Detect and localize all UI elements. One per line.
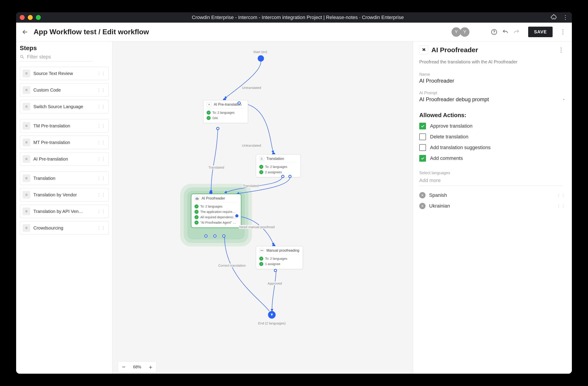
drag-handle-icon[interactable]: ⋮⋮: [97, 123, 106, 128]
robot-icon: 🤖: [194, 196, 199, 201]
step-label: Custom Code: [33, 88, 94, 93]
step-item[interactable]: ≡ AI Pre-translation ⋮⋮: [20, 152, 109, 166]
avatar[interactable]: Y: [460, 27, 469, 37]
step-item[interactable]: ≡ Translation ⋮⋮: [20, 172, 109, 185]
node-port-out[interactable]: [237, 101, 241, 105]
step-icon: ≡: [23, 139, 30, 146]
languages-input[interactable]: Add more: [419, 176, 563, 186]
properties-panel: AI Proofreader ⋮ Proofread the translati…: [413, 41, 572, 374]
browser-tab-title: Crowdin Enterprise - Intercom - Intercom…: [45, 15, 550, 20]
drag-handle-icon[interactable]: ⋮⋮: [97, 104, 106, 109]
edge-label: Need manual proofread: [239, 225, 275, 229]
step-label: MT Pre-translation: [33, 140, 94, 145]
action-checkbox-row[interactable]: Add comments: [419, 155, 566, 162]
start-label: Start (en): [253, 50, 268, 54]
app-bar: App Workflow test / Edit workflow Y Y SA…: [16, 23, 572, 41]
start-node[interactable]: [258, 55, 264, 61]
drag-handle-icon[interactable]: ⋮⋮: [97, 88, 106, 93]
edge-label: Approved: [267, 281, 282, 285]
drag-handle-icon[interactable]: ⋮⋮: [97, 156, 106, 161]
ai-icon: ✶: [207, 102, 211, 107]
action-label: Delete translation: [430, 134, 468, 140]
check-icon: [194, 215, 199, 219]
steps-search-input[interactable]: [27, 54, 93, 60]
minimize-window-button[interactable]: [28, 15, 33, 20]
translation-icon: 文: [259, 156, 264, 161]
step-item[interactable]: ≡ Translation by API Ven… ⋮⋮: [20, 205, 109, 218]
step-item[interactable]: ≡ Translation by Vendor ⋮⋮: [20, 188, 109, 201]
steps-search[interactable]: [20, 53, 93, 61]
step-item[interactable]: ≡ Custom Code ⋮⋮: [20, 83, 109, 97]
language-name: Spanish: [429, 192, 447, 198]
extensions-icon[interactable]: [550, 14, 557, 21]
browser-menu-icon[interactable]: ⋮: [563, 14, 568, 21]
node-port-out[interactable]: [216, 127, 219, 130]
drag-handle-icon[interactable]: ⋮⋮: [557, 204, 566, 209]
workflow-canvas[interactable]: Start (en) ✶AI Pre-translation To: 2 lan…: [112, 41, 413, 374]
check-icon: [259, 170, 263, 174]
breadcrumb: App Workflow test / Edit workflow: [34, 28, 149, 36]
zoom-in-button[interactable]: ＋: [145, 362, 156, 372]
undo-icon[interactable]: [502, 29, 508, 35]
node-port-out[interactable]: [222, 234, 225, 238]
end-node[interactable]: [268, 311, 276, 319]
drag-handle-icon[interactable]: ⋮⋮: [97, 226, 106, 231]
remove-language-button[interactable]: [419, 192, 425, 198]
step-icon: ≡: [23, 224, 30, 232]
step-item[interactable]: ≡ Crowdsourcing ⋮⋮: [20, 221, 109, 235]
node-ai-pretranslation[interactable]: ✶AI Pre-translation To: 2 languages OAI: [203, 100, 248, 123]
name-label: Name: [419, 72, 566, 77]
end-label: End (2 languages): [258, 321, 286, 325]
action-checkbox-row[interactable]: Delete translation: [419, 134, 566, 140]
back-button[interactable]: [20, 27, 30, 37]
drag-handle-icon[interactable]: ⋮⋮: [97, 71, 106, 76]
drag-handle-icon[interactable]: ⋮⋮: [97, 209, 106, 214]
action-checkbox-row[interactable]: Approve translation: [419, 123, 566, 129]
action-checkbox-row[interactable]: Add translation suggestions: [419, 144, 566, 151]
check-icon: [194, 210, 199, 214]
step-item[interactable]: ≡ TM Pre-translation ⋮⋮: [20, 119, 109, 133]
step-item[interactable]: ≡ Switch Source Language ⋮⋮: [20, 100, 109, 113]
avatar-group[interactable]: Y Y: [452, 27, 469, 37]
avatar[interactable]: Y: [452, 27, 461, 37]
node-ai-proofreader[interactable]: 🤖AI Proofreader To: 2 languages The appl…: [191, 194, 241, 228]
drag-handle-icon[interactable]: ⋮⋮: [557, 193, 566, 198]
node-port-out[interactable]: [288, 175, 292, 178]
panel-title: AI Proofreader: [431, 46, 551, 54]
node-port-out[interactable]: [274, 269, 277, 272]
step-label: TM Pre-translation: [33, 123, 94, 129]
node-port-out[interactable]: [281, 175, 284, 178]
chevron-down-icon: [562, 98, 566, 101]
step-item[interactable]: ≡ MT Pre-translation ⋮⋮: [20, 136, 109, 149]
window-controls[interactable]: [20, 15, 41, 20]
node-manual-proofreading[interactable]: 👓Manual proofreading To: 2 languages 1 a…: [256, 246, 303, 269]
drag-handle-icon[interactable]: ⋮⋮: [97, 176, 106, 181]
prompt-select[interactable]: AI Proofreader debug prompt: [419, 96, 566, 105]
help-icon[interactable]: [491, 29, 497, 35]
step-label: Translation by Vendor: [33, 192, 94, 197]
save-button[interactable]: SAVE: [528, 27, 553, 37]
name-input[interactable]: AI Proofreader: [419, 78, 566, 84]
check-icon: [259, 262, 263, 266]
step-icon: ≡: [23, 103, 30, 110]
checkbox[interactable]: [419, 134, 426, 140]
checkbox[interactable]: [419, 123, 426, 129]
panel-menu-icon[interactable]: ⋮: [557, 47, 566, 54]
zoom-out-button[interactable]: −: [118, 362, 129, 372]
close-window-button[interactable]: [20, 15, 25, 20]
node-translation[interactable]: 文Translation To: 2 languages 2 assignees: [256, 154, 301, 177]
node-port-out[interactable]: [235, 214, 238, 217]
robot-icon: [419, 45, 428, 54]
checkbox[interactable]: [419, 144, 426, 151]
checkbox[interactable]: [419, 155, 426, 162]
drag-handle-icon[interactable]: ⋮⋮: [97, 140, 106, 145]
node-port-out[interactable]: [213, 234, 216, 238]
remove-language-button[interactable]: [419, 203, 425, 209]
node-port-out[interactable]: [204, 234, 208, 238]
redo-icon[interactable]: [513, 29, 520, 35]
maximize-window-button[interactable]: [36, 15, 41, 20]
more-menu-icon[interactable]: ⋮: [558, 28, 567, 35]
check-icon: [194, 204, 199, 209]
step-item[interactable]: ≡ Source Text Review ⋮⋮: [20, 67, 109, 80]
drag-handle-icon[interactable]: ⋮⋮: [97, 192, 106, 197]
